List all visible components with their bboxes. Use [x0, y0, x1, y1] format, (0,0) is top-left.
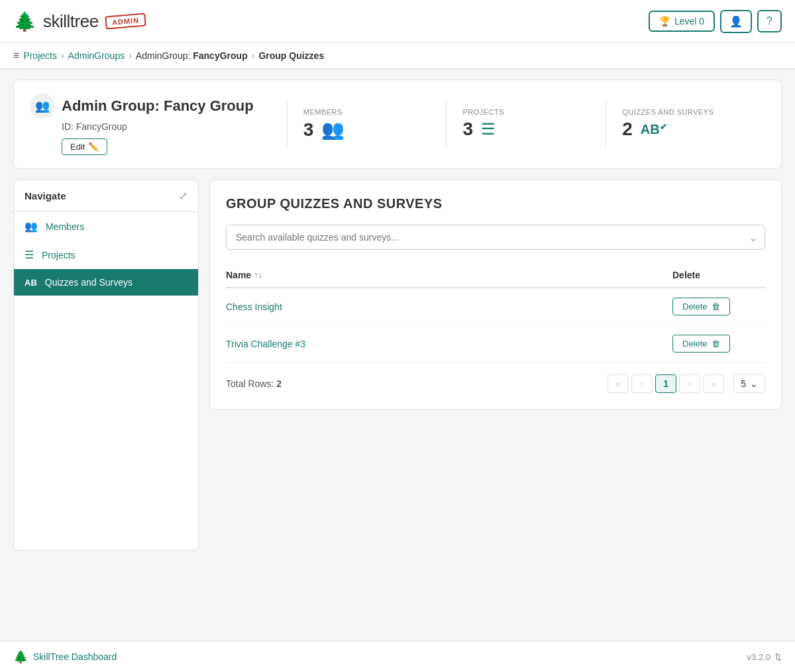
table-header: Name ↑↓ Delete: [226, 263, 765, 288]
breadcrumb: ≡ Projects › AdminGroups › AdminGroup: F…: [0, 43, 795, 69]
level-button[interactable]: 🏆 Level 0: [649, 11, 715, 32]
delete-chess-insight-button[interactable]: Delete 🗑: [672, 298, 730, 315]
breadcrumb-sep-2: ›: [129, 50, 132, 61]
sidebar: Navigate ⤢ 👥 Members ☰ Projects AB Quizz…: [13, 180, 199, 551]
pagination-next[interactable]: ›: [679, 374, 700, 393]
row-name-chess-insight[interactable]: Chess Insight: [226, 302, 672, 312]
stat-projects: PROJECTS 3 ☰: [447, 101, 606, 147]
search-container: ⌄: [226, 225, 765, 250]
logo-area: 🌲 skilltree ADMIN: [13, 11, 146, 32]
section-title: GROUP QUIZZES AND SURVEYS: [226, 196, 765, 211]
sidebar-title: Navigate: [25, 190, 66, 201]
breadcrumb-home-icon: ≡: [13, 50, 19, 62]
breadcrumb-sep-3: ›: [252, 50, 255, 61]
projects-count: 3: [462, 119, 473, 140]
edit-label: Edit: [70, 142, 85, 152]
user-button[interactable]: 👤: [720, 10, 752, 33]
edit-button[interactable]: Edit ✏️: [62, 139, 107, 155]
members-icon: 👥: [321, 119, 344, 140]
sidebar-expand-icon[interactable]: ⤢: [179, 190, 187, 202]
header: 🌲 skilltree ADMIN 🏆 Level 0 👤 ?: [0, 0, 795, 43]
logo-flame-icon: 🌲: [13, 11, 36, 32]
quizzes-nav-icon: AB: [25, 278, 37, 288]
per-page-value: 5: [741, 378, 746, 389]
col-delete-header: Delete: [672, 270, 765, 280]
pagination-controls: « ‹ 1 › » 5 ⌄: [608, 374, 765, 393]
sidebar-members-label: Members: [46, 221, 84, 232]
table-row: Trivia Challenge #3 Delete 🗑: [226, 325, 765, 363]
pagination-page-1[interactable]: 1: [655, 374, 676, 393]
sidebar-header: Navigate ⤢: [14, 180, 198, 212]
per-page-chevron: ⌄: [750, 378, 758, 389]
projects-value-row: 3 ☰: [462, 119, 590, 140]
projects-label: PROJECTS: [462, 108, 590, 116]
delete-label-1: Delete: [682, 302, 708, 311]
trophy-icon: 🏆: [659, 16, 670, 27]
per-page-select[interactable]: 5 ⌄: [733, 374, 765, 393]
breadcrumb-current-page: Group Quizzes: [258, 50, 324, 61]
trash-icon-2: 🗑: [712, 339, 720, 349]
stat-quizzes: QUIZZES AND SURVEYS 2 AB✔: [606, 101, 765, 147]
quizzes-label: QUIZZES AND SURVEYS: [622, 108, 749, 116]
table-row: Chess Insight Delete 🗑: [226, 288, 765, 325]
members-nav-icon: 👥: [25, 220, 38, 233]
edit-icon: ✏️: [88, 142, 99, 152]
help-button[interactable]: ?: [757, 10, 782, 32]
breadcrumb-projects[interactable]: Projects: [23, 50, 57, 61]
group-info: 👥 Admin Group: Fancy Group ID: FancyGrou…: [30, 93, 254, 155]
row-delete-chess-insight: Delete 🗑: [672, 298, 765, 315]
quizzes-ab-icon: AB✔: [641, 122, 667, 137]
sidebar-item-projects[interactable]: ☰ Projects: [14, 241, 198, 269]
sidebar-item-members[interactable]: 👥 Members: [14, 212, 198, 241]
pagination-area: Total Rows: 2 « ‹ 1 › » 5 ⌄: [226, 365, 765, 393]
stat-members: MEMBERS 3 👥: [288, 101, 447, 147]
trash-icon-1: 🗑: [712, 302, 720, 311]
delete-label-2: Delete: [682, 339, 708, 349]
stats-area: MEMBERS 3 👥 PROJECTS 3 ☰ QUIZZES AND SUR…: [287, 101, 765, 147]
projects-icon: ☰: [481, 120, 496, 139]
members-value-row: 3 👥: [303, 119, 431, 140]
group-title-row: 👥 Admin Group: Fancy Group: [30, 93, 254, 119]
search-dropdown-icon: ⌄: [749, 231, 757, 244]
sidebar-item-quizzes[interactable]: AB Quizzes and Surveys: [14, 269, 198, 296]
total-rows: Total Rows: 2: [226, 378, 282, 389]
sidebar-quizzes-label: Quizzes and Surveys: [45, 277, 132, 288]
col-name-header[interactable]: Name ↑↓: [226, 270, 672, 280]
page-content: 👥 Admin Group: Fancy Group ID: FancyGrou…: [0, 69, 795, 561]
group-avatar-icon: 👥: [30, 93, 55, 119]
breadcrumb-admin-groups[interactable]: AdminGroups: [68, 50, 125, 61]
breadcrumb-admin-group-label: AdminGroup: FancyGroup: [136, 50, 248, 61]
members-count: 3: [303, 119, 314, 140]
admin-badge: ADMIN: [105, 13, 146, 29]
header-right: 🏆 Level 0 👤 ?: [649, 10, 782, 33]
pagination-prev[interactable]: ‹: [631, 374, 653, 393]
pagination-first[interactable]: «: [608, 374, 629, 393]
sort-icon: ↑↓: [254, 270, 262, 280]
group-id: ID: FancyGroup: [62, 121, 254, 132]
group-title: Admin Group: Fancy Group: [62, 97, 254, 115]
pagination-last[interactable]: »: [703, 374, 724, 393]
content-area: GROUP QUIZZES AND SURVEYS ⌄ Name ↑↓ Dele…: [209, 180, 782, 410]
row-delete-trivia: Delete 🗑: [672, 335, 765, 353]
logo-text: skilltree: [43, 11, 99, 32]
breadcrumb-sep-1: ›: [61, 50, 64, 61]
trivia-challenge-link[interactable]: Trivia Challenge #3: [226, 339, 305, 349]
search-input[interactable]: [226, 225, 765, 250]
delete-trivia-button[interactable]: Delete 🗑: [672, 335, 730, 353]
sidebar-projects-label: Projects: [42, 250, 76, 260]
level-label: Level 0: [674, 16, 704, 27]
main-panel: Navigate ⤢ 👥 Members ☰ Projects AB Quizz…: [13, 180, 782, 551]
projects-nav-icon: ☰: [25, 249, 34, 261]
row-name-trivia: Trivia Challenge #3: [226, 339, 672, 349]
members-label: MEMBERS: [303, 108, 431, 116]
quizzes-value-row: 2 AB✔: [622, 119, 749, 140]
quizzes-count: 2: [622, 119, 633, 140]
chess-insight-link[interactable]: Chess Insight: [226, 302, 282, 312]
group-info-card: 👥 Admin Group: Fancy Group ID: FancyGrou…: [13, 80, 782, 169]
